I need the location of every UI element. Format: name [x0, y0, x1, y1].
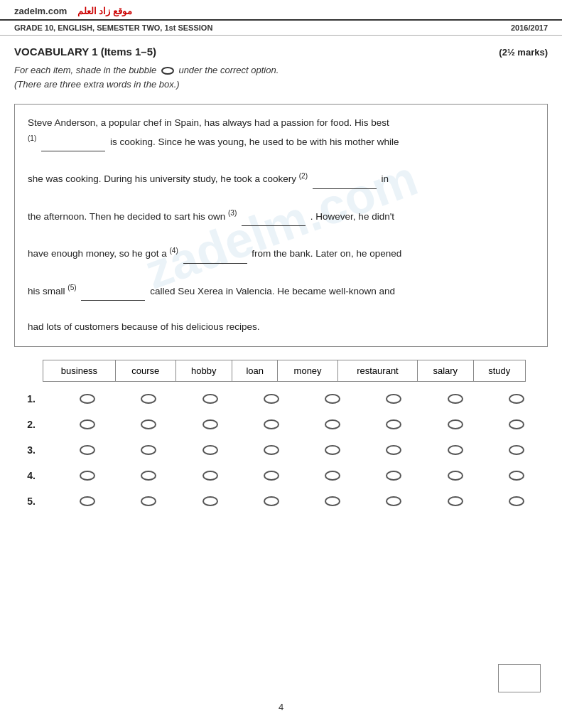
bubble-3-2[interactable]	[141, 445, 156, 455]
bubble-cell-1-6	[363, 394, 424, 404]
passage-text6: had lots of customers because of his del…	[28, 321, 259, 332]
col-course: course	[115, 360, 175, 382]
bubble-4-7[interactable]	[448, 471, 463, 481]
col-restaurant: restaurant	[337, 360, 417, 382]
bubble-5-7[interactable]	[448, 496, 463, 506]
bubble-2-5[interactable]	[325, 419, 340, 429]
blank2-label: (2)	[299, 173, 308, 184]
bubble-1-5[interactable]	[325, 394, 340, 404]
answer-row-2: 2.	[14, 414, 547, 434]
bubble-cell-5-4	[241, 496, 302, 506]
year: 2016/2017	[511, 23, 548, 32]
bubble-5-8[interactable]	[509, 496, 524, 506]
instruction-line2: (There are three extra words in the box.…	[14, 77, 548, 92]
col-study: study	[473, 360, 525, 382]
row-number-3: 3.	[14, 444, 41, 456]
row-number-2: 2.	[14, 419, 41, 430]
bubble-2-2[interactable]	[141, 419, 156, 429]
vocab-table-wrapper: business course hobby loan money restaur…	[43, 360, 548, 382]
bubble-cell-2-1	[57, 419, 118, 429]
bubble-1-8[interactable]	[509, 394, 524, 404]
bubble-5-2[interactable]	[141, 496, 156, 506]
bubble-3-8[interactable]	[509, 445, 524, 455]
passage-text1b: she was cooking. During his university s…	[28, 173, 299, 184]
bubble-2-8[interactable]	[509, 419, 524, 429]
bubble-5-4[interactable]	[264, 496, 279, 506]
bubble-1-7[interactable]	[448, 394, 463, 404]
page-header: zadelm.com موقع زاد العلم	[0, 0, 562, 21]
bubble-cell-3-1	[57, 445, 118, 455]
bubble-5-5[interactable]	[325, 496, 340, 506]
page-number: 4	[279, 702, 283, 712]
bubble-5-6[interactable]	[386, 496, 401, 506]
bubbles-row-3	[57, 445, 547, 455]
blank5-label: (5)	[67, 285, 76, 296]
passage-box: zadelm.com Steve Anderson, a popular che…	[14, 104, 548, 347]
bubble-3-7[interactable]	[448, 445, 463, 455]
bubble-1-2[interactable]	[141, 394, 156, 404]
bubble-2-4[interactable]	[264, 419, 279, 429]
bubble-1-6[interactable]	[386, 394, 401, 404]
blank3	[242, 208, 306, 226]
bubble-cell-2-3	[180, 419, 241, 429]
bubble-1-1[interactable]	[80, 394, 95, 404]
grade-info: GRADE 10, ENGLISH, SEMESTER TWO, 1st SES…	[14, 23, 212, 32]
bubble-3-6[interactable]	[386, 445, 401, 455]
section-marks: (2½ marks)	[499, 47, 548, 58]
bubble-cell-5-7	[425, 496, 486, 506]
logo-en: zadelm.com	[14, 6, 67, 16]
bubble-cell-4-7	[425, 471, 486, 481]
answer-row-3: 3.	[14, 440, 547, 460]
bubble-1-3[interactable]	[202, 394, 218, 404]
answer-row-4: 4.	[14, 466, 547, 486]
bubble-2-1[interactable]	[80, 419, 95, 429]
bubble-4-2[interactable]	[141, 471, 156, 481]
bubble-cell-4-5	[302, 471, 363, 481]
bubble-4-4[interactable]	[264, 471, 279, 481]
answer-row-1: 1.	[14, 389, 547, 409]
bubble-cell-5-1	[57, 496, 118, 506]
bubble-5-3[interactable]	[202, 496, 218, 506]
exam-page: zadelm.com موقع زاد العلم GRADE 10, ENGL…	[0, 0, 562, 728]
row-number-1: 1.	[14, 393, 41, 405]
bubble-3-4[interactable]	[264, 445, 279, 455]
bubble-2-3[interactable]	[202, 419, 218, 429]
bubbles-row-1	[57, 394, 547, 404]
bubbles-row-4	[57, 471, 547, 481]
bubble-1-4[interactable]	[264, 394, 279, 404]
bubble-cell-4-4	[241, 471, 302, 481]
bubble-cell-2-6	[363, 419, 424, 429]
bubble-4-3[interactable]	[202, 471, 218, 481]
blank1	[41, 133, 105, 151]
col-money: money	[278, 360, 338, 382]
bubble-4-1[interactable]	[80, 471, 95, 481]
passage-text: Steve Anderson, a popular chef in Spain,…	[28, 114, 534, 336]
bubble-2-7[interactable]	[448, 419, 463, 429]
passage-text4b: from the bank. Later on, he opened	[252, 248, 401, 259]
passage-text4a: have enough money, so he got a	[28, 248, 169, 259]
blank4	[183, 245, 247, 264]
section-title-row: VOCABULARY 1 (Items 1–5) (2½ marks)	[0, 36, 562, 60]
passage-text3b: . However, he didn't	[310, 210, 394, 221]
bubble-5-1[interactable]	[80, 496, 95, 506]
bubble-cell-4-1	[57, 471, 118, 481]
bubble-3-3[interactable]	[202, 445, 218, 455]
bubbles-row-5	[57, 496, 547, 506]
vocab-header-row: business course hobby loan money restaur…	[43, 360, 526, 382]
bubble-4-5[interactable]	[325, 471, 340, 481]
answer-rows: 1. 2.	[14, 389, 547, 511]
blank4-label: (4)	[169, 248, 178, 259]
bubbles-row-2	[57, 419, 547, 429]
bubble-3-5[interactable]	[325, 445, 340, 455]
bubble-cell-3-6	[363, 445, 424, 455]
bubble-4-6[interactable]	[386, 471, 401, 481]
bubble-cell-4-8	[486, 471, 547, 481]
bubble-4-8[interactable]	[509, 471, 524, 481]
bubble-3-1[interactable]	[80, 445, 95, 455]
bubble-2-6[interactable]	[386, 419, 401, 429]
logo-ar: موقع زاد العلم	[77, 6, 132, 16]
bubble-cell-1-8	[486, 394, 547, 404]
bubble-cell-2-2	[118, 419, 179, 429]
passage-text3a: the afternoon. Then he decided to sart h…	[28, 210, 228, 221]
bubble-cell-3-7	[425, 445, 486, 455]
